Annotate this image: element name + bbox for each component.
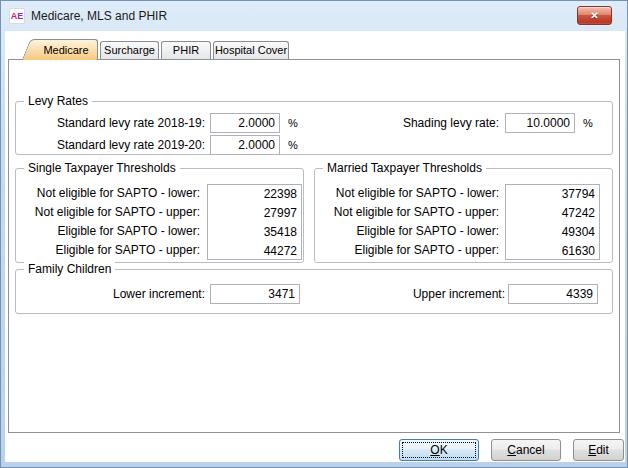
group-levy-rates-title: Levy Rates	[24, 94, 92, 108]
input-standard-levy-2018[interactable]	[210, 113, 280, 133]
value-single-not-eligible-upper[interactable]: 27997	[208, 204, 301, 223]
single-thresholds-values-box[interactable]: 22398 27997 35418 44272	[207, 184, 302, 260]
app-icon-letter-e: E	[17, 11, 23, 21]
value-married-not-eligible-lower[interactable]: 37794	[506, 185, 599, 204]
label-single-eligible-upper: Eligible for SAPTO - upper:	[16, 241, 200, 260]
value-single-eligible-upper[interactable]: 44272	[208, 242, 301, 261]
group-single-thresholds-title: Single Taxpayer Thresholds	[24, 161, 180, 175]
label-single-not-eligible-lower: Not eligible for SAPTO - lower:	[16, 184, 200, 203]
group-married-thresholds-title: Married Taxpayer Thresholds	[323, 161, 486, 175]
label-single-not-eligible-upper: Not eligible for SAPTO - upper:	[16, 203, 200, 222]
app-icon: AE	[9, 8, 25, 24]
label-married-eligible-lower: Eligible for SAPTO - lower:	[315, 222, 499, 241]
label-standard-levy-2019: Standard levy rate 2019-20:	[16, 137, 205, 153]
label-lower-increment: Lower increment:	[16, 286, 205, 302]
input-standard-levy-2019[interactable]	[210, 135, 280, 155]
window-title: Medicare, MLS and PHIR	[31, 1, 167, 31]
group-family-children-title: Family Children	[24, 262, 115, 276]
titlebar[interactable]: AE Medicare, MLS and PHIR ✕	[1, 1, 627, 31]
value-married-eligible-upper[interactable]: 61630	[506, 242, 599, 261]
tab-surcharge[interactable]: Surcharge	[100, 41, 159, 59]
label-standard-levy-2018: Standard levy rate 2018-19:	[16, 115, 205, 131]
close-button[interactable]: ✕	[577, 6, 612, 25]
tab-hospital-cover[interactable]: Hospital Cover	[213, 41, 289, 59]
value-married-eligible-lower[interactable]: 49304	[506, 223, 599, 242]
group-married-thresholds: Married Taxpayer Thresholds Not eligible…	[314, 168, 613, 263]
cancel-button[interactable]: Cancel	[491, 439, 561, 461]
input-lower-increment[interactable]	[210, 284, 300, 304]
married-thresholds-values-box[interactable]: 37794 47242 49304 61630	[505, 184, 600, 260]
group-family-children: Family Children Lower increment: Upper i…	[15, 269, 613, 314]
input-upper-increment[interactable]	[508, 284, 598, 304]
tab-medicare[interactable]: Medicare	[35, 39, 98, 60]
value-single-not-eligible-lower[interactable]: 22398	[208, 185, 301, 204]
label-upper-increment: Upper increment:	[316, 286, 505, 302]
ok-button[interactable]: OK	[399, 439, 479, 461]
unit-percent-shading: %	[583, 117, 593, 129]
label-married-not-eligible-upper: Not eligible for SAPTO - upper:	[315, 203, 499, 222]
group-levy-rates: Levy Rates Standard levy rate 2018-19: %…	[15, 101, 613, 155]
unit-percent-2018: %	[288, 117, 298, 129]
label-single-eligible-lower: Eligible for SAPTO - lower:	[16, 222, 200, 241]
value-single-eligible-lower[interactable]: 35418	[208, 223, 301, 242]
value-married-not-eligible-upper[interactable]: 47242	[506, 204, 599, 223]
edit-button[interactable]: Edit	[573, 439, 624, 461]
unit-percent-2019: %	[288, 139, 298, 151]
tab-phir[interactable]: PHIR	[161, 41, 211, 59]
group-single-thresholds: Single Taxpayer Thresholds Not eligible …	[15, 168, 304, 263]
label-shading-levy-rate: Shading levy rate:	[306, 115, 499, 131]
close-icon: ✕	[590, 10, 598, 21]
dialog-window: AE Medicare, MLS and PHIR ✕ Medicare Sur…	[0, 0, 628, 468]
input-shading-levy-rate[interactable]	[505, 113, 575, 133]
label-married-not-eligible-lower: Not eligible for SAPTO - lower:	[315, 184, 499, 203]
label-married-eligible-upper: Eligible for SAPTO - upper:	[315, 241, 499, 260]
